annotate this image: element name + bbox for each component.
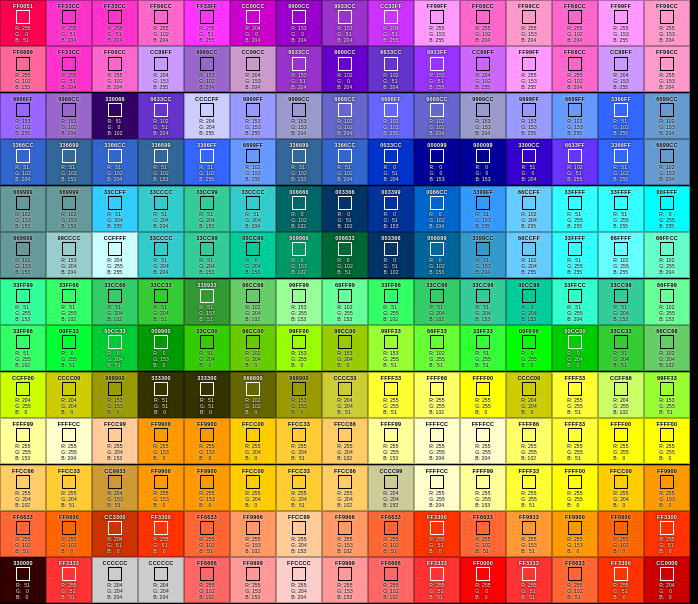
color-cell: 6666FFR: 102G: 102B: 255 — [368, 93, 414, 139]
rgb-label: R: 51G: 204B: 153 — [613, 304, 629, 322]
color-swatch — [154, 521, 168, 535]
hex-label: FF66CC — [564, 49, 586, 55]
rgb-label: R: 255G: 255B: 153 — [475, 490, 491, 508]
hex-label: 669999 — [13, 189, 33, 195]
hex-label: FFFF99 — [381, 421, 402, 427]
color-swatch — [338, 521, 352, 535]
hex-label: 9933CC — [288, 49, 309, 55]
color-cell: 00CC33R: 0G: 204B: 51 — [92, 325, 138, 371]
hex-label: 6633CC — [150, 96, 171, 102]
rgb-label: R: 204G: 204B: 0 — [521, 397, 537, 415]
hex-label: 9966CC — [196, 49, 217, 55]
color-cell: 9999FFR: 153G: 153B: 255 — [506, 93, 552, 139]
rgb-label: R: 153G: 153B: 204 — [475, 118, 491, 136]
rgb-label: R: 255G: 153B: 0 — [567, 536, 583, 554]
hex-label: CC9933 — [104, 468, 125, 474]
color-swatch — [292, 521, 306, 535]
hex-label: CC99FF — [610, 49, 632, 55]
color-cell: 33CC66R: 51G: 204B: 102 — [92, 279, 138, 325]
rgb-label: R: 255G: 255B: 51 — [521, 490, 537, 508]
color-swatch — [568, 289, 582, 303]
color-swatch — [16, 428, 30, 442]
color-cell: 00FF00R: 0G: 255B: 0 — [506, 325, 552, 371]
rgb-label: R: 255G: 51B: 51 — [61, 582, 76, 600]
color-cell: FF3300R: 255G: 51B: 0 — [414, 511, 460, 557]
rgb-label: R: 0G: 102B: 102 — [291, 211, 307, 229]
color-swatch — [568, 475, 582, 489]
color-swatch — [16, 475, 30, 489]
rgb-label: R: 255G: 153B: 255 — [613, 25, 629, 43]
color-cell: CC99CCR: 204G: 153B: 204 — [230, 46, 276, 92]
color-swatch — [108, 428, 122, 442]
hex-label: FFCC66 — [334, 421, 356, 427]
rgb-label: R: 153G: 102B: 204 — [199, 72, 215, 90]
color-cell: 9966CCR: 153G: 102B: 204 — [46, 93, 92, 139]
color-swatch — [614, 382, 628, 396]
color-cell: FFFF00R: 255G: 255B: 0 — [552, 465, 598, 511]
color-swatch — [660, 289, 674, 303]
color-swatch — [522, 567, 536, 581]
color-cell: FFCC00R: 255G: 204B: 0 — [598, 465, 644, 511]
rgb-label: R: 0G: 153B: 102 — [291, 257, 307, 275]
color-swatch — [338, 103, 352, 117]
color-cell: CC00CCR: 204G: 0B: 204 — [230, 0, 276, 46]
color-cell: CC66FFR: 204G: 102B: 255 — [460, 46, 506, 92]
color-swatch — [154, 103, 168, 117]
rgb-label: R: 51G: 102B: 204 — [107, 164, 123, 182]
rgb-label: R: 204G: 153B: 255 — [153, 72, 169, 90]
hex-label: FF9933 — [519, 514, 539, 520]
hex-label: CCFF00 — [12, 375, 34, 381]
color-cell: 33FFCCR: 51G: 255B: 204 — [552, 279, 598, 325]
color-swatch — [292, 242, 306, 256]
color-swatch — [338, 149, 352, 163]
color-swatch — [154, 382, 168, 396]
color-swatch — [62, 149, 76, 163]
color-cell: CCCC33R: 204G: 204B: 51 — [322, 372, 368, 418]
color-swatch — [568, 335, 582, 349]
hex-label: 66FFCC — [656, 235, 678, 241]
rgb-label: R: 255G: 153B: 153 — [337, 582, 353, 600]
color-swatch — [522, 57, 536, 71]
color-swatch — [62, 196, 76, 210]
color-cell: 6633CCR: 102G: 51B: 204 — [368, 46, 414, 92]
color-cell: 0066CCR: 0G: 102B: 204 — [414, 186, 460, 232]
color-swatch — [292, 196, 306, 210]
color-cell: 66FFFFR: 102G: 255B: 255 — [598, 232, 644, 278]
rgb-label: R: 153G: 51B: 204 — [291, 72, 306, 90]
color-cell: FF99FFR: 255G: 153B: 255 — [506, 46, 552, 92]
color-cell: FF3300R: 255G: 51B: 0 — [598, 557, 644, 603]
color-swatch — [522, 521, 536, 535]
color-cell: 669999R: 102G: 153B: 153 — [0, 232, 46, 278]
hex-label: FF6666 — [381, 560, 401, 566]
hex-label: 66CCFF — [518, 189, 540, 195]
color-swatch — [62, 242, 76, 256]
color-cell: FFFF66R: 255G: 255B: 102 — [414, 372, 460, 418]
rgb-label: R: 102G: 153B: 204 — [659, 164, 675, 182]
rgb-label: R: 0G: 102B: 204 — [429, 211, 445, 229]
hex-label: CCCCCC — [102, 560, 127, 566]
color-swatch — [384, 335, 398, 349]
hex-label: 3366FF — [611, 96, 631, 102]
color-cell: CCFF66R: 204G: 255B: 102 — [598, 372, 644, 418]
rgb-label: R: 255G: 102B: 102 — [199, 582, 215, 600]
color-cell: FF99CCR: 255G: 153B: 204 — [506, 0, 552, 46]
color-swatch — [292, 289, 306, 303]
rgb-label: R: 153G: 51B: 255 — [429, 72, 444, 90]
color-cell: 3366CCR: 51G: 102B: 204 — [92, 139, 138, 185]
color-cell: FF99FFR: 255G: 153B: 255 — [598, 0, 644, 46]
color-swatch — [200, 242, 214, 256]
color-swatch — [568, 382, 582, 396]
rgb-label: R: 51G: 255B: 102 — [383, 304, 399, 322]
color-cell: 666600R: 102G: 102B: 0 — [230, 372, 276, 418]
hex-label: 99CC00 — [334, 328, 355, 334]
color-cell: FF66CCR: 255G: 102B: 204 — [460, 0, 506, 46]
rgb-label: R: 51G: 255B: 102 — [15, 350, 31, 368]
color-swatch — [614, 10, 628, 24]
hex-label: CC33FF — [380, 3, 402, 9]
color-cell: CCFF00R: 204G: 255B: 0 — [0, 372, 46, 418]
rgb-label: R: 51G: 255B: 102 — [61, 304, 77, 322]
hex-label: 339933 — [197, 282, 217, 288]
color-swatch — [614, 103, 628, 117]
hex-label: 006666 — [289, 189, 309, 195]
color-swatch — [614, 242, 628, 256]
